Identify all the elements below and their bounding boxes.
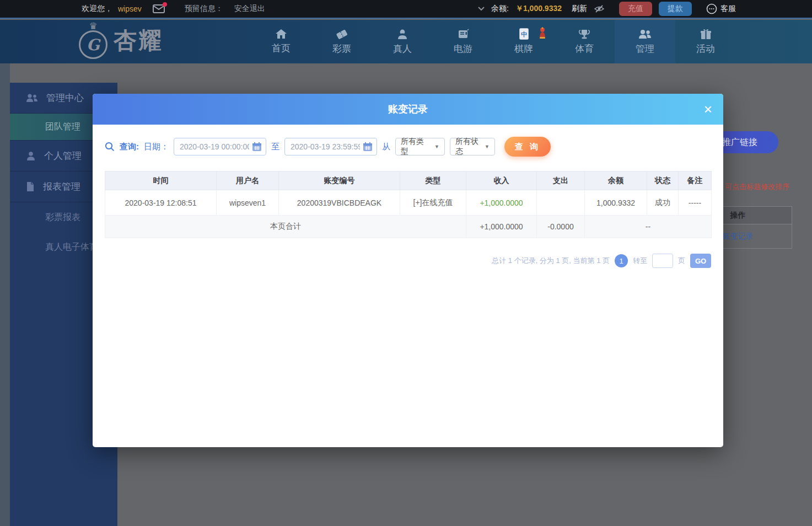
logout-link[interactable]: 安全退出 (234, 4, 265, 14)
pagination: 总计 1 个记录, 分为 1 页, 当前第 1 页 1 转至 页 GO (105, 254, 711, 268)
sort-hint-text: ：可点击标题修改排序 (718, 182, 789, 192)
nav-item-boardgames[interactable]: 中 棋牌 (493, 20, 554, 63)
records-table: 时间 用户名 账变编号 类型 收入 支出 余额 状态 备注 2020-03-19… (105, 171, 712, 238)
table-row: 2020-03-19 12:08:51 wipseven1 20200319VB… (105, 190, 712, 216)
nav-item-manage[interactable]: 管理 (615, 20, 675, 63)
col-income: 收入 (466, 171, 537, 190)
page-left-strip (0, 63, 10, 526)
withdraw-button[interactable]: 提款 (659, 2, 692, 16)
username-text: wipsev (118, 4, 142, 13)
date-label: 日期： (144, 142, 169, 152)
cell-balance: 1,000.9332 (585, 190, 647, 216)
mascot-icon (538, 26, 547, 40)
main-navbar: ♛ G 杏耀 首页 彩票 真人 电游 中 棋牌 体育 (0, 20, 812, 63)
welcome-text: 欢迎您， (82, 4, 112, 14)
close-icon[interactable]: × (704, 102, 712, 116)
chat-icon (706, 3, 717, 14)
calendar-icon[interactable] (252, 142, 262, 152)
col-balance: 余额 (585, 171, 647, 190)
document-icon (25, 181, 35, 192)
page-number-button[interactable]: 1 (615, 254, 628, 267)
arcade-icon (457, 29, 469, 40)
type-select[interactable]: 所有类型 ▼ (395, 138, 445, 155)
query-label: 查询: (120, 142, 139, 152)
summary-expense: -0.0000 (537, 216, 585, 238)
search-filter-row: 查询: 日期： 至 从 所有类型 ▼ 所有状态 ▼ 查 询 (105, 137, 723, 157)
query-button[interactable]: 查 询 (504, 137, 551, 157)
col-status: 状态 (647, 171, 679, 190)
team-icon (25, 93, 39, 103)
nav-item-egame[interactable]: 电游 (433, 20, 493, 63)
select-arrow-icon: ▼ (434, 144, 439, 149)
trophy-icon (578, 29, 590, 40)
cell-income: +1,000.0000 (466, 190, 537, 216)
users-icon (638, 29, 652, 40)
mahjong-tile-icon: 中 (519, 28, 529, 40)
summary-row: 本页合计 +1,000.0000 -0.0000 -- (105, 216, 712, 238)
balance-label: 余额: (491, 4, 509, 14)
col-time: 时间 (105, 171, 217, 190)
mail-badge-dot (163, 2, 167, 7)
site-logo[interactable]: ♛ G 杏耀 (77, 23, 163, 58)
table-header-row: 时间 用户名 账变编号 类型 收入 支出 余额 状态 备注 (105, 171, 712, 190)
gift-icon (700, 29, 712, 40)
to-label: 至 (271, 142, 279, 152)
col-expense: 支出 (537, 171, 585, 190)
balance-value: ￥1,000.9332 (515, 4, 562, 14)
service-label: 客服 (720, 4, 736, 14)
eye-off-icon[interactable] (594, 4, 605, 13)
col-record-no: 账变编号 (279, 171, 400, 190)
refresh-link[interactable]: 刷新 (572, 4, 587, 14)
summary-label: 本页合计 (105, 216, 466, 238)
search-icon (105, 142, 115, 152)
logo-crest-icon: ♛ G (77, 23, 109, 58)
nav-item-home[interactable]: 首页 (251, 20, 311, 63)
cell-status: 成功 (647, 190, 679, 216)
mail-button[interactable] (153, 4, 165, 13)
nav-item-live[interactable]: 真人 (372, 20, 433, 63)
cell-type: [+]在线充值 (400, 190, 466, 216)
col-remark: 备注 (679, 171, 712, 190)
cell-remark: ----- (679, 190, 712, 216)
modal-title: 账变记录 (388, 103, 428, 116)
ticket-icon (335, 29, 348, 40)
logo-text: 杏耀 (114, 23, 163, 58)
goto-label: 转至 (633, 256, 647, 266)
cell-username: wipseven1 (217, 190, 279, 216)
cell-time: 2020-03-19 12:08:51 (105, 190, 217, 216)
calendar-icon[interactable] (363, 142, 373, 152)
page-unit-label: 页 (678, 256, 685, 266)
chevron-down-icon[interactable] (478, 7, 485, 11)
nav-item-activity[interactable]: 活动 (675, 20, 736, 63)
status-select[interactable]: 所有状态 ▼ (450, 138, 495, 155)
summary-income: +1,000.0000 (466, 216, 537, 238)
nav-item-lottery[interactable]: 彩票 (311, 20, 372, 63)
go-button[interactable]: GO (690, 254, 711, 268)
select-arrow-icon: ▼ (485, 144, 490, 149)
col-type: 类型 (400, 171, 466, 190)
dealer-icon (396, 29, 408, 40)
from-label: 从 (382, 142, 390, 152)
customer-service-button[interactable]: 客服 (706, 3, 736, 14)
modal-header: 账变记录 × (93, 94, 723, 125)
account-change-modal: 账变记录 × 查询: 日期： 至 从 所有类型 ▼ 所有状态 ▼ 查 询 (93, 94, 723, 447)
reserved-info-label: 预留信息： (185, 4, 223, 14)
pagination-summary: 总计 1 个记录, 分为 1 页, 当前第 1 页 (492, 256, 610, 266)
goto-page-input[interactable] (652, 254, 673, 268)
svg-text:中: 中 (521, 31, 527, 37)
nav-item-sports[interactable]: 体育 (554, 20, 615, 63)
recharge-button[interactable]: 充值 (619, 2, 652, 16)
summary-rest: -- (585, 216, 712, 238)
cell-expense (537, 190, 585, 216)
home-icon (275, 29, 287, 39)
col-username: 用户名 (217, 171, 279, 190)
person-icon (25, 151, 36, 161)
topbar: 欢迎您，wipsev 预留信息： 安全退出 余额: ￥1,000.9332 刷新… (0, 0, 812, 19)
cell-record-no: 20200319VBICBDEAGK (279, 190, 400, 216)
